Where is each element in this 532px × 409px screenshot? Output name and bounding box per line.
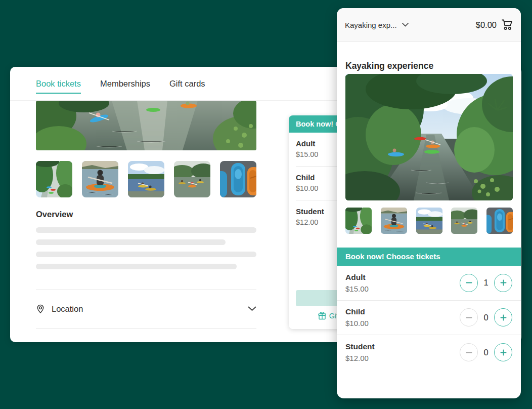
- thumbnail-river[interactable]: [36, 161, 72, 197]
- thumbnail-group[interactable]: [174, 161, 210, 197]
- plus-button[interactable]: [494, 343, 512, 361]
- chevron-down-icon: [248, 306, 256, 311]
- shopping-cart-icon: [501, 19, 513, 30]
- thumbnail-river[interactable]: [345, 208, 372, 234]
- thumbnail-lake[interactable]: [128, 161, 164, 197]
- ticket-row-adult: Adult $15.00 1: [337, 266, 521, 301]
- tab-gift-cards[interactable]: Gift cards: [169, 79, 205, 89]
- experience-title: Kayaking experience: [345, 61, 433, 71]
- ticket-price: $12.00: [345, 353, 375, 364]
- quantity-value: 0: [482, 313, 490, 322]
- text-placeholder: [36, 252, 256, 257]
- cart-button[interactable]: $0.00: [476, 19, 513, 30]
- plus-icon: [500, 279, 507, 287]
- quantity-stepper: 0: [460, 308, 512, 326]
- quantity-value: 0: [482, 348, 490, 357]
- gift-icon: [318, 312, 326, 320]
- thumbnail-lake[interactable]: [416, 208, 442, 234]
- ticket-row-child: Child $10.00 0: [337, 301, 521, 336]
- minus-icon: [465, 349, 473, 356]
- thumbnail-kayaks[interactable]: [220, 161, 256, 197]
- quantity-stepper: 1: [460, 274, 512, 292]
- tab-book-tickets[interactable]: Book tickets: [36, 79, 81, 89]
- chevron-down-icon: [402, 23, 409, 27]
- river-photo-top-view: [36, 101, 256, 150]
- main-photo: [36, 101, 256, 150]
- text-placeholder: [36, 239, 226, 245]
- widget-topbar: Kayaking exp... $0.00: [337, 8, 521, 42]
- plus-icon: [500, 314, 507, 321]
- minus-button[interactable]: [460, 308, 478, 326]
- location-pin-icon: [36, 304, 45, 314]
- ticket-name: Adult: [345, 271, 369, 283]
- text-placeholder: [36, 227, 256, 233]
- overview-heading: Overview: [36, 210, 73, 219]
- photo-thumbnails: [345, 208, 513, 234]
- cart-total: $0.00: [476, 20, 497, 30]
- minus-button[interactable]: [460, 343, 478, 361]
- thumbnail-kayaks[interactable]: [486, 208, 513, 234]
- plus-icon: [500, 349, 507, 356]
- main-photo: [345, 74, 513, 200]
- thumbnail-kayaker[interactable]: [82, 161, 118, 197]
- plus-button[interactable]: [494, 274, 512, 292]
- river-photo: [345, 74, 513, 200]
- text-placeholder: [36, 264, 237, 269]
- location-label: Location: [52, 304, 83, 314]
- ticket-name: Student: [345, 341, 375, 353]
- photo-thumbnails: [36, 161, 256, 197]
- minus-button[interactable]: [460, 274, 478, 292]
- quantity-stepper: 0: [460, 343, 512, 361]
- quantity-value: 1: [482, 278, 490, 288]
- location-accordion[interactable]: Location: [36, 290, 256, 328]
- ticket-price: $15.00: [345, 283, 369, 295]
- experience-selector-label: Kayaking exp...: [345, 21, 397, 29]
- ticket-name: Child: [345, 306, 369, 318]
- plus-button[interactable]: [494, 308, 512, 326]
- minus-icon: [465, 279, 473, 287]
- book-now-banner: Book now! Choose tickets: [337, 248, 521, 266]
- divider: [36, 328, 256, 329]
- thumbnail-group[interactable]: [451, 208, 477, 234]
- ticket-row-student: Student $12.00 0: [337, 335, 521, 370]
- ticket-price: $10.00: [345, 318, 369, 329]
- tab-memberships[interactable]: Memberships: [100, 79, 150, 89]
- thumbnail-kayaker[interactable]: [381, 208, 407, 234]
- booking-widget-panel: Kayaking exp... $0.00 Kayaking experienc…: [337, 8, 521, 398]
- ticket-list: Adult $15.00 1 Child $10.00: [337, 266, 521, 370]
- experience-selector[interactable]: Kayaking exp...: [345, 21, 409, 29]
- minus-icon: [465, 314, 473, 321]
